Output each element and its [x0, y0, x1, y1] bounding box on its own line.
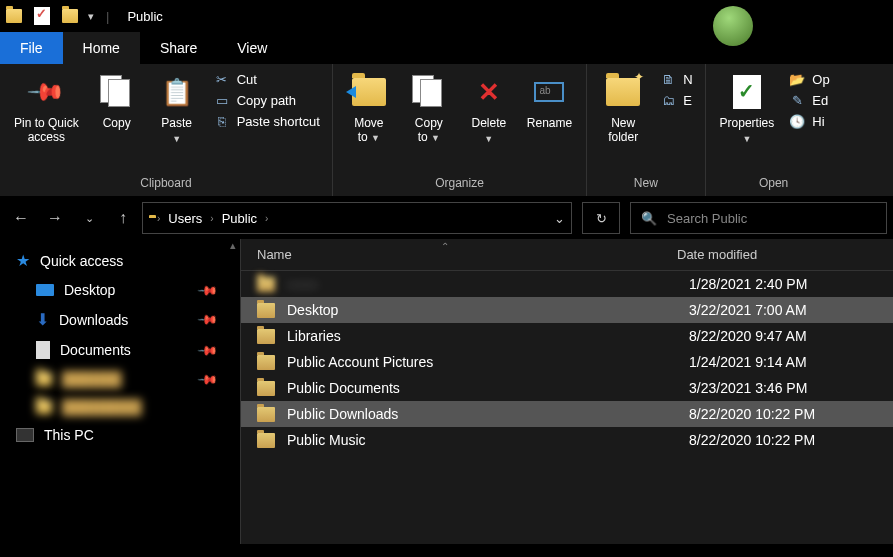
tab-home[interactable]: Home [63, 32, 140, 64]
paste-shortcut-button[interactable]: ⎘Paste shortcut [213, 114, 320, 129]
shortcut-icon: ⎘ [213, 114, 231, 129]
rename-button[interactable]: Rename [519, 68, 580, 134]
move-to-button[interactable]: Move to ▼ [339, 68, 399, 149]
back-button[interactable]: ← [6, 203, 36, 233]
folder-icon [36, 400, 52, 414]
history-icon: 🕓 [788, 114, 806, 129]
ribbon: 📌 Pin to Quick access Copy 📋 Paste ▼ ✂Cu… [0, 64, 893, 197]
chevron-down-icon: ▼ [431, 133, 440, 143]
tab-file[interactable]: File [0, 32, 63, 64]
copy-to-button[interactable]: Copy to ▼ [399, 68, 459, 149]
rename-icon [534, 82, 564, 102]
folder-icon [60, 6, 80, 26]
file-name: Desktop [287, 302, 677, 318]
file-list: ⌃ Name Date modified ········1/28/2021 2… [240, 239, 893, 544]
file-name: Public Music [287, 432, 677, 448]
file-name: Public Documents [287, 380, 677, 396]
navigation-bar: ← → ⌄ ↑ › Users › Public › ⌄ ↻ 🔍 Search … [0, 197, 893, 239]
chevron-down-icon: ▼ [484, 134, 493, 144]
sidebar-item-blurred[interactable]: ██████ 📌 [0, 365, 240, 393]
search-icon: 🔍 [641, 211, 657, 226]
folder-icon [4, 6, 24, 26]
file-row[interactable]: ········1/28/2021 2:40 PM [241, 271, 893, 297]
sidebar-item-desktop[interactable]: Desktop 📌 [0, 276, 240, 304]
new-item-button[interactable]: 🗎N [659, 72, 692, 87]
sidebar-item-downloads[interactable]: ⬇ Downloads 📌 [0, 304, 240, 335]
history-button[interactable]: 🕓Hi [788, 114, 829, 129]
file-name: ········ [287, 276, 677, 292]
copy-button[interactable]: Copy [87, 68, 147, 134]
up-button[interactable]: ↑ [108, 203, 138, 233]
pin-to-quick-access-button[interactable]: 📌 Pin to Quick access [6, 68, 87, 149]
new-folder-button[interactable]: ✦ New folder [593, 68, 653, 149]
pin-icon: 📌 [197, 368, 219, 390]
ribbon-group-clipboard: 📌 Pin to Quick access Copy 📋 Paste ▼ ✂Cu… [0, 64, 333, 196]
documents-icon [36, 341, 50, 359]
file-date: 3/23/2021 3:46 PM [689, 380, 807, 396]
navigation-pane: ▴ ★ Quick access Desktop 📌 ⬇ Downloads 📌… [0, 239, 240, 544]
folder-icon [352, 78, 386, 106]
breadcrumb[interactable]: Public [222, 211, 257, 226]
sidebar-item-this-pc[interactable]: This PC [0, 421, 240, 449]
search-box[interactable]: 🔍 Search Public [630, 202, 887, 234]
forward-button[interactable]: → [40, 203, 70, 233]
paste-button[interactable]: 📋 Paste ▼ [147, 68, 207, 148]
copy-to-icon [412, 75, 446, 109]
cut-button[interactable]: ✂Cut [213, 72, 320, 87]
folder-icon [257, 277, 275, 292]
easy-access-button[interactable]: 🗂E [659, 93, 692, 108]
chevron-down-icon: ▼ [742, 134, 751, 144]
file-row[interactable]: Public Downloads8/22/2020 10:22 PM [241, 401, 893, 427]
ribbon-tabs: File Home Share View [0, 32, 893, 64]
file-date: 1/24/2021 9:14 AM [689, 354, 807, 370]
sidebar-quick-access[interactable]: ★ Quick access [0, 245, 240, 276]
main-area: ▴ ★ Quick access Desktop 📌 ⬇ Downloads 📌… [0, 239, 893, 544]
file-date: 8/22/2020 10:22 PM [689, 406, 815, 422]
recent-locations-button[interactable]: ⌄ [74, 203, 104, 233]
file-name: Public Downloads [287, 406, 677, 422]
breadcrumb[interactable]: Users [168, 211, 202, 226]
group-label: New [587, 174, 704, 196]
file-date: 8/22/2020 10:22 PM [689, 432, 815, 448]
file-row[interactable]: Libraries8/22/2020 9:47 AM [241, 323, 893, 349]
column-name[interactable]: Name [257, 247, 677, 262]
path-icon: ▭ [213, 93, 231, 108]
sparkle-icon: ✦ [634, 70, 644, 84]
file-row[interactable]: Public Documents3/23/2021 3:46 PM [241, 375, 893, 401]
file-date: 8/22/2020 9:47 AM [689, 328, 807, 344]
address-dropdown-button[interactable]: ⌄ [554, 211, 565, 226]
file-row[interactable]: Desktop3/22/2021 7:00 AM [241, 297, 893, 323]
file-name: Libraries [287, 328, 677, 344]
sidebar-item-documents[interactable]: Documents 📌 [0, 335, 240, 365]
properties-button[interactable]: Properties ▼ [712, 68, 783, 148]
pin-icon: 📌 [26, 71, 67, 112]
delete-button[interactable]: ✕ Delete ▼ [459, 68, 519, 148]
folder-icon [257, 407, 275, 422]
separator: | [106, 9, 109, 24]
mascot-icon [713, 6, 753, 46]
edit-button[interactable]: ✎Ed [788, 93, 829, 108]
star-icon: ★ [16, 251, 30, 270]
column-date[interactable]: Date modified [677, 247, 757, 262]
chevron-right-icon[interactable]: › [265, 213, 268, 224]
window-title: Public [127, 9, 162, 24]
chevron-right-icon[interactable]: › [210, 213, 213, 224]
chevron-down-icon: ▼ [371, 133, 380, 143]
chevron-down-icon: ▼ [172, 134, 181, 144]
refresh-button[interactable]: ↻ [582, 202, 620, 234]
sort-indicator-icon: ⌃ [441, 241, 449, 252]
file-row[interactable]: Public Music8/22/2020 10:22 PM [241, 427, 893, 453]
tab-view[interactable]: View [217, 32, 287, 64]
folder-icon [36, 372, 52, 386]
chevron-right-icon[interactable]: › [157, 213, 160, 224]
copy-path-button[interactable]: ▭Copy path [213, 93, 320, 108]
file-name: Public Account Pictures [287, 354, 677, 370]
folder-icon [257, 329, 275, 344]
tab-share[interactable]: Share [140, 32, 217, 64]
folder-icon [257, 303, 275, 318]
file-row[interactable]: Public Account Pictures1/24/2021 9:14 AM [241, 349, 893, 375]
qat-overflow-icon[interactable]: ▾ [88, 10, 94, 23]
open-button[interactable]: 📂Op [788, 72, 829, 87]
sidebar-item-blurred[interactable]: ████████ [0, 393, 240, 421]
address-bar[interactable]: › Users › Public › ⌄ [142, 202, 572, 234]
